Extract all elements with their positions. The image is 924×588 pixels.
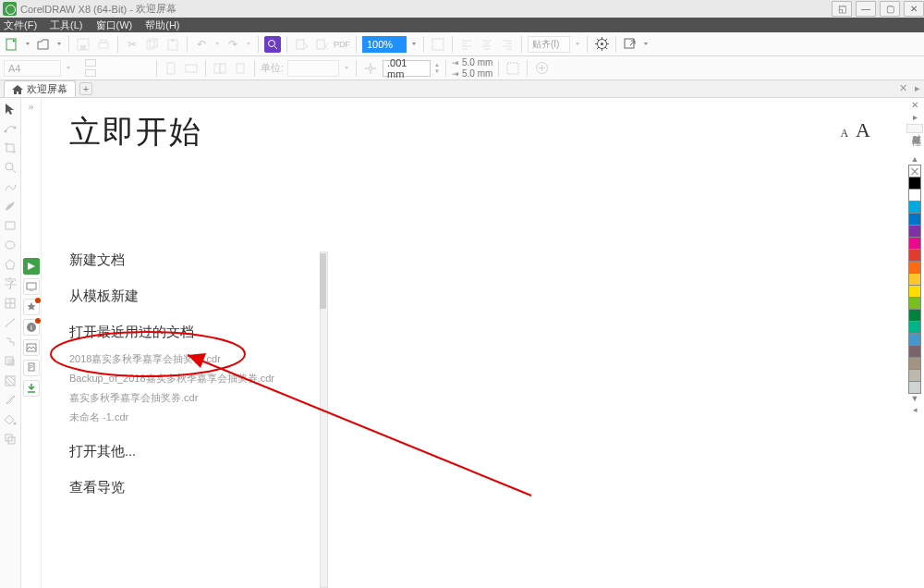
open-button[interactable]	[35, 36, 52, 53]
nudge-up[interactable]: ▲	[434, 62, 440, 68]
recent-file-0[interactable]: 2018嘉实多秋季嘉享会抽奖券.cdr	[69, 352, 317, 366]
tool-rectangle[interactable]	[3, 218, 18, 233]
open-dropdown[interactable]	[55, 43, 63, 45]
menu-help[interactable]: 帮助(H)	[145, 18, 179, 32]
align-left-button[interactable]	[458, 36, 475, 53]
swatch-5[interactable]	[908, 237, 921, 250]
nudge-down[interactable]: ▼	[434, 68, 440, 75]
options-button[interactable]	[593, 36, 610, 53]
font-size-toggle[interactable]: A A	[840, 118, 870, 142]
landscape-button[interactable]	[183, 60, 200, 77]
add-tab-button[interactable]: +	[79, 82, 92, 95]
undo-button[interactable]: ↶	[193, 36, 210, 53]
paste-button[interactable]	[164, 36, 181, 53]
tool-connector[interactable]	[3, 335, 18, 349]
tool-ellipse[interactable]	[3, 238, 18, 252]
redo-button[interactable]: ↷	[225, 36, 241, 53]
tool-smart-fill[interactable]	[3, 432, 18, 447]
snap-dropdown[interactable]	[574, 43, 581, 45]
tab-close-arrow[interactable]: ▸	[915, 82, 920, 94]
swatch-4[interactable]	[908, 225, 921, 238]
tool-dimension[interactable]	[3, 315, 18, 330]
palette-down[interactable]: ▼	[911, 394, 919, 403]
align-center-button[interactable]	[479, 36, 495, 53]
export-button[interactable]	[313, 36, 330, 53]
launch-button[interactable]	[622, 36, 638, 53]
cut-button[interactable]: ✂	[124, 36, 140, 53]
welcome-tab-getstarted[interactable]	[23, 258, 40, 275]
window-maximize[interactable]: ▢	[880, 1, 900, 17]
scrollbar-track[interactable]	[320, 251, 328, 588]
menu-window[interactable]: 窗口(W)	[96, 18, 133, 32]
font-big[interactable]: A	[856, 118, 870, 142]
menu-file[interactable]: 文件(F)	[4, 18, 37, 32]
all-pages-button[interactable]	[212, 60, 228, 77]
window-close[interactable]: ✕	[904, 1, 924, 17]
window-user-icon[interactable]: ◱	[832, 1, 852, 17]
link-from-template[interactable]: 从模板新建	[69, 288, 317, 305]
publish-pdf-button[interactable]: PDF	[334, 36, 350, 53]
swatch-15[interactable]	[908, 357, 921, 370]
paper-size-field[interactable]: A4	[4, 60, 61, 77]
swatch-0[interactable]	[908, 177, 921, 190]
right-expand[interactable]: ▸	[913, 112, 918, 122]
tool-pick[interactable]	[3, 102, 18, 116]
dup-y-field[interactable]: 5.0 mm	[462, 68, 492, 79]
tool-zoom[interactable]	[3, 160, 18, 175]
link-view-nav[interactable]: 查看导览	[69, 479, 317, 496]
swatch-16[interactable]	[908, 369, 921, 382]
tool-eyedropper[interactable]	[3, 393, 18, 408]
swatch-12[interactable]	[908, 321, 921, 334]
tab-welcome[interactable]: 欢迎屏幕	[4, 80, 76, 97]
swatch-11[interactable]	[908, 309, 921, 322]
undo-dropdown[interactable]	[213, 43, 221, 45]
menu-tools[interactable]: 工具(L)	[50, 18, 82, 32]
link-new-document[interactable]: 新建文档	[69, 251, 317, 269]
dup-x-field[interactable]: 5.0 mm	[462, 57, 492, 67]
recent-file-3[interactable]: 未命名 -1.cdr	[69, 410, 317, 424]
treat-as-filled-button[interactable]	[505, 60, 521, 77]
recent-file-1[interactable]: Backup_of_2018嘉实多秋季嘉享会抽奖券.cdr	[69, 372, 317, 386]
page-width-field[interactable]	[99, 58, 151, 67]
new-doc-button[interactable]	[4, 36, 20, 53]
right-close[interactable]: ✕	[911, 100, 918, 110]
scrollbar-thumb[interactable]	[320, 253, 326, 309]
font-small[interactable]: A	[840, 127, 848, 141]
zoom-dropdown[interactable]	[410, 43, 418, 45]
welcome-tab-whatsnew[interactable]	[23, 299, 40, 315]
launch-dropdown[interactable]	[642, 43, 650, 45]
current-page-button[interactable]	[232, 60, 249, 77]
align-right-button[interactable]	[499, 36, 516, 53]
sidebar-collapse[interactable]: »	[29, 102, 34, 112]
tool-table[interactable]	[3, 296, 18, 311]
right-docker-tab[interactable]: 对象属性	[906, 124, 923, 133]
tool-drop-shadow[interactable]	[3, 354, 18, 369]
swatch-1[interactable]	[908, 189, 921, 202]
zoom-field[interactable]: 100%	[362, 36, 407, 53]
swatch-2[interactable]	[908, 201, 921, 214]
print-button[interactable]	[95, 36, 112, 53]
welcome-tab-workspace[interactable]	[23, 278, 40, 295]
snap-field[interactable]: 贴齐(I)	[528, 36, 570, 53]
copy-button[interactable]	[144, 36, 161, 53]
swatch-9[interactable]	[908, 285, 921, 298]
fullscreen-button[interactable]	[430, 36, 446, 53]
paper-size-dropdown[interactable]	[65, 67, 72, 69]
welcome-tab-store[interactable]	[23, 380, 40, 397]
swatch-7[interactable]	[908, 261, 921, 274]
portrait-button[interactable]	[163, 60, 179, 77]
tool-fill[interactable]	[3, 412, 18, 427]
link-open-other[interactable]: 打开其他...	[69, 443, 317, 460]
swatch-3[interactable]	[908, 213, 921, 226]
tab-close-x[interactable]: ✕	[899, 82, 907, 94]
swatch-10[interactable]	[908, 297, 921, 310]
palette-menu[interactable]: ◂	[913, 405, 918, 414]
welcome-tab-gallery[interactable]	[23, 339, 40, 356]
redo-dropdown[interactable]	[245, 43, 252, 45]
tool-crop[interactable]	[3, 141, 18, 155]
welcome-tab-need-help[interactable]: i	[23, 319, 40, 336]
tool-shape[interactable]	[3, 121, 18, 136]
swatch-none[interactable]	[908, 165, 921, 178]
save-button[interactable]	[75, 36, 91, 53]
tool-transparency[interactable]	[3, 374, 18, 388]
